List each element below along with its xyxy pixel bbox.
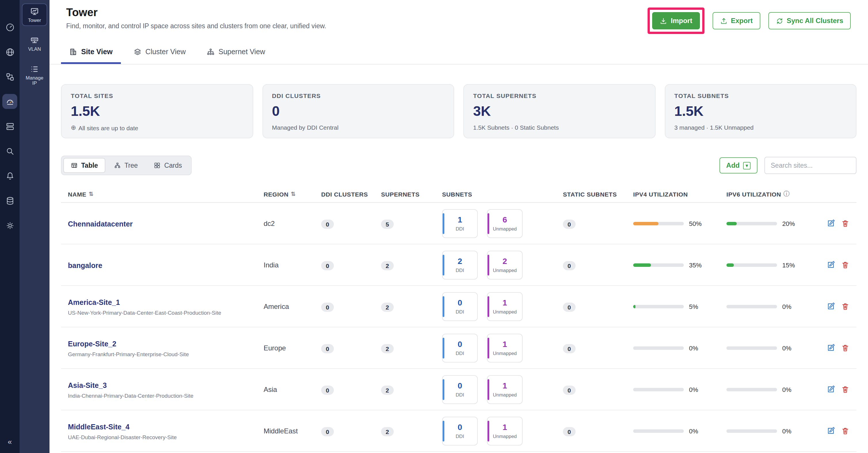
vlan-switch-icon (30, 36, 39, 45)
edit-icon[interactable] (827, 219, 835, 228)
ddi-clusters-cell: 0 (321, 384, 381, 395)
site-description: US-New-York-Primary-Data-Center-East-Coa… (68, 310, 264, 316)
row-actions-cell (818, 343, 849, 352)
ipam-tower-icon[interactable] (2, 94, 17, 109)
edit-icon[interactable] (827, 426, 835, 435)
ddi-subnet-label: DDI (456, 309, 464, 315)
subnets-cell: 0 DDI 1 Unmapped (442, 417, 563, 445)
module-sidebar: Tower VLAN Manage IP (20, 0, 50, 453)
ipv6-progress-fill (726, 222, 737, 225)
name-cell: bangalore (68, 260, 264, 270)
stat-value: 0 (272, 103, 444, 119)
ipv6-utilization-cell: 20% (726, 220, 818, 227)
ipv6-progress-fill (726, 263, 734, 266)
subnets-cell: 0 DDI 1 Unmapped (442, 292, 563, 321)
view-tree-button[interactable]: Tree (106, 158, 145, 173)
sync-all-clusters-button[interactable]: Sync All Clusters (768, 12, 851, 29)
tab-site-view[interactable]: Site View (61, 42, 121, 64)
site-name-link[interactable]: Chennaidatacenter (68, 220, 133, 228)
sidebar-item-manage-ip[interactable]: Manage IP (22, 61, 47, 88)
reports-icon[interactable] (2, 119, 17, 134)
count-badge: 0 (563, 344, 576, 353)
edit-icon[interactable] (827, 260, 835, 269)
left-icon-rail: « (0, 0, 20, 453)
export-upload-icon (720, 17, 727, 25)
sidebar-item-label: VLAN (28, 47, 41, 52)
export-button[interactable]: Export (712, 12, 760, 29)
ddi-subnet-label: DDI (456, 392, 464, 398)
delete-icon[interactable] (841, 219, 849, 228)
view-table-button[interactable]: Table (63, 158, 105, 173)
ipv4-percent-label: 50% (689, 220, 702, 227)
column-header-name[interactable]: NAME⇅ (68, 191, 264, 197)
site-description: UAE-Dubai-Regional-Disaster-Recovery-Sit… (68, 434, 264, 440)
sidebar-item-tower[interactable]: Tower (22, 3, 47, 26)
column-header-region[interactable]: REGION⇅ (264, 191, 321, 197)
sync-refresh-icon (776, 17, 783, 25)
info-icon[interactable]: ⓘ (783, 190, 790, 198)
dns-globe-icon[interactable] (2, 45, 17, 59)
sort-icon[interactable]: ⇅ (291, 191, 296, 197)
sidebar-item-vlan[interactable]: VLAN (22, 33, 47, 55)
edit-icon[interactable] (827, 343, 835, 352)
workflows-icon[interactable] (2, 69, 17, 84)
sort-icon[interactable]: ⇅ (89, 191, 94, 197)
site-name-link[interactable]: Asia-Site_3 (68, 381, 107, 390)
delete-icon[interactable] (841, 343, 849, 352)
ddi-clusters-cell: 0 (321, 260, 381, 270)
stat-label: DDI CLUSTERS (272, 92, 444, 99)
tab-cluster-view[interactable]: Cluster View (125, 42, 194, 64)
column-header-supernets: SUPERNETS (381, 191, 442, 197)
site-name-link[interactable]: America-Site_1 (68, 299, 120, 307)
ipv4-progress-track (633, 429, 684, 432)
ddi-subnet-count: 2 (458, 256, 462, 266)
site-name-link[interactable]: MiddleEast-Site_4 (68, 423, 129, 431)
delete-icon[interactable] (841, 385, 849, 394)
status-icon: ⊕ (71, 124, 76, 132)
edit-icon[interactable] (827, 385, 835, 394)
ipv4-progress-track (633, 305, 684, 308)
supernets-cell: 2 (381, 301, 442, 312)
view-cards-button[interactable]: Cards (147, 158, 189, 173)
stat-label: TOTAL SUBNETS (674, 92, 847, 99)
sidebar-collapse-icon[interactable]: « (0, 437, 20, 446)
building-icon (69, 48, 77, 56)
alerts-bell-icon[interactable] (2, 168, 17, 183)
search-input[interactable] (765, 157, 857, 174)
edit-icon[interactable] (827, 302, 835, 311)
ipv4-progress-fill (633, 263, 651, 266)
settings-gear-icon[interactable] (2, 218, 17, 233)
site-name-link[interactable]: bangalore (68, 261, 102, 270)
delete-icon[interactable] (841, 302, 849, 311)
ipv6-utilization-cell: 15% (726, 261, 818, 268)
static-subnets-cell: 0 (563, 301, 633, 312)
add-button[interactable]: Add ▾ (719, 157, 757, 173)
unmapped-subnet-label: Unmapped (493, 267, 517, 273)
ddi-subnet-count: 0 (458, 339, 462, 349)
ipv4-progress-fill (633, 222, 658, 225)
import-button[interactable]: Import (652, 12, 700, 29)
stat-cards: TOTAL SITES 1.5K ⊕ All sites are up to d… (61, 84, 857, 138)
ddi-subnet-label: DDI (456, 226, 464, 232)
audit-search-icon[interactable] (2, 143, 17, 159)
stat-value: 1.5K (71, 103, 243, 119)
ipv4-utilization-cell: 0% (633, 427, 726, 434)
database-icon[interactable] (2, 193, 17, 208)
site-name-link[interactable]: Europe-Site_2 (68, 340, 116, 348)
delete-icon[interactable] (841, 426, 849, 435)
ipv4-percent-label: 5% (689, 303, 698, 310)
column-header-subnets: SUBNETS (442, 191, 563, 197)
ipv6-percent-label: 0% (782, 344, 792, 351)
stat-label: TOTAL SUPERNETS (473, 92, 646, 99)
dashboard-icon[interactable] (2, 20, 17, 35)
table-row: MiddleEast-Site_4 UAE-Dubai-Regional-Dis… (61, 410, 857, 452)
table-toolbar: Table Tree Cards Add ▾ (61, 155, 857, 175)
count-badge: 2 (381, 344, 394, 353)
import-download-icon (660, 17, 668, 25)
name-cell: America-Site_1 US-New-York-Primary-Data-… (68, 297, 264, 316)
unmapped-subnet-count: 1 (502, 339, 507, 349)
static-subnets-cell: 0 (563, 218, 633, 228)
delete-icon[interactable] (841, 260, 849, 269)
unmapped-subnets-box: 2 Unmapped (487, 250, 523, 279)
tab-supernet-view[interactable]: Supernet View (198, 42, 273, 64)
